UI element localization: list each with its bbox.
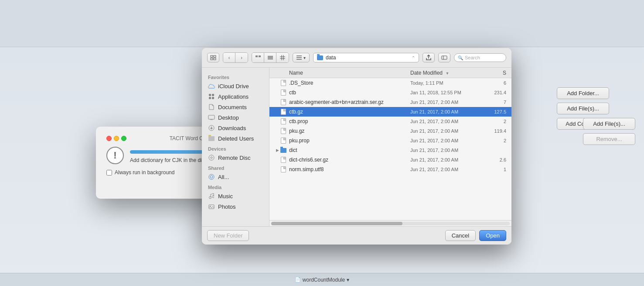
file-size: 231.4	[480, 90, 506, 95]
module-chevron: ▾	[347, 277, 349, 283]
checkbox-label: Always run in background	[115, 169, 174, 176]
scrollbar-track	[271, 222, 510, 225]
forward-button[interactable]: ›	[235, 53, 248, 62]
music-icon	[208, 193, 215, 200]
table-row[interactable]: ctb.gz Jun 21, 2017, 2:00 AM 127.5	[269, 107, 511, 117]
maximize-button[interactable]	[121, 136, 126, 141]
sidebar-item-label: Remote Disc	[218, 155, 250, 161]
top-bar	[0, 0, 644, 47]
sidebar-item-icloud-drive[interactable]: iCloud Drive	[202, 81, 269, 91]
table-row[interactable]: pku.prop Jun 21, 2017, 2:00 AM 2	[269, 136, 511, 145]
file-name: ctb.prop	[289, 118, 410, 124]
downloads-icon	[208, 124, 215, 131]
file-dialog-body: Favorites iCloud Drive	[202, 68, 511, 226]
table-row[interactable]: ctb.prop Jun 21, 2017, 2:00 AM 2	[269, 117, 511, 126]
table-row[interactable]: pku.gz Jun 21, 2017, 2:00 AM 119.4	[269, 126, 511, 136]
location-chevron: ⌃	[412, 55, 415, 60]
svg-rect-2	[211, 58, 213, 60]
traffic-lights	[106, 136, 126, 141]
file-size: 119.4	[480, 128, 506, 134]
col-date: Date Modified ▼	[410, 70, 480, 76]
sidebar-item-all[interactable]: All...	[202, 172, 269, 182]
file-date: Jun 21, 2017, 2:00 AM	[410, 138, 480, 143]
devices-label: Devices	[202, 144, 269, 152]
file-date: Jun 21, 2017, 2:00 AM	[410, 128, 480, 134]
sidebar-item-documents[interactable]: Documents	[202, 102, 269, 112]
file-name: pku.prop	[289, 138, 410, 144]
bottom-bar: 📄 wordCountModule ▾	[0, 273, 644, 286]
close-button[interactable]	[106, 136, 112, 141]
file-date: Today, 1:11 PM	[410, 80, 480, 86]
all-icon	[208, 173, 215, 180]
table-row[interactable]: dict-chris6.ser.gz Jun 21, 2017, 2:00 AM…	[269, 155, 511, 165]
add-files-button-2[interactable]: Add File(s)...	[583, 118, 635, 130]
sidebar-item-music[interactable]: Music	[202, 191, 269, 201]
file-list-header: Name Date Modified ▼ S	[269, 68, 511, 78]
file-name: .DS_Store	[289, 80, 410, 86]
detail-view-button[interactable]	[264, 53, 276, 62]
file-size: 2	[480, 138, 506, 143]
cancel-button[interactable]: Cancel	[445, 230, 476, 241]
search-box[interactable]: 🔍 Search	[454, 53, 506, 62]
documents-icon	[208, 103, 215, 110]
sidebar-item-deleted-users[interactable]: Deleted Users	[202, 133, 269, 144]
new-folder-button[interactable]: New Folder	[207, 230, 249, 241]
table-row[interactable]: ctb Jan 11, 2018, 12:55 PM 231.4	[269, 88, 511, 97]
col-size: S	[480, 70, 506, 76]
add-folder-button[interactable]: Add Folder...	[557, 87, 609, 99]
svg-point-31	[212, 196, 215, 198]
table-row[interactable]: .DS_Store Today, 1:11 PM 6	[269, 78, 511, 88]
favorites-label: Favorites	[202, 72, 269, 81]
svg-rect-4	[256, 55, 258, 57]
sidebar-item-label: Documents	[218, 104, 247, 110]
module-label: 📄 wordCountModule ▾	[295, 277, 349, 283]
list-view-button[interactable]	[252, 53, 264, 62]
remove-button[interactable]: Remove...	[583, 133, 635, 145]
table-row[interactable]: norm.simp.utf8 Jun 21, 2017, 2:00 AM 1	[269, 165, 511, 174]
file-date: Jun 21, 2017, 2:00 AM	[410, 157, 480, 162]
location-folder-icon	[317, 55, 323, 60]
file-icon	[280, 108, 287, 115]
horizontal-scrollbar[interactable]	[269, 220, 511, 226]
sidebar-item-label: iCloud Drive	[218, 83, 249, 90]
sidebar-item-downloads[interactable]: Downloads	[202, 123, 269, 133]
svg-rect-3	[214, 58, 216, 60]
tag-button[interactable]	[438, 53, 450, 62]
file-dialog-toolbar: ‹ ›	[202, 48, 511, 68]
alert-icon: !	[106, 147, 124, 164]
back-button[interactable]: ‹	[223, 53, 235, 62]
sidebar-item-desktop[interactable]: Desktop	[202, 112, 269, 123]
folder-disclosure-icon[interactable]: ▶	[275, 148, 280, 153]
column-view-button[interactable]	[276, 53, 289, 62]
file-icon	[280, 147, 287, 154]
svg-rect-22	[208, 115, 215, 119]
icloud-icon	[208, 83, 215, 90]
photos-icon	[208, 203, 215, 210]
sidebar-item-label: All...	[218, 174, 229, 180]
progress-fill	[130, 150, 213, 154]
col-name: Name	[289, 70, 410, 76]
file-dialog: ‹ ›	[202, 48, 511, 245]
svg-rect-1	[214, 55, 216, 57]
svg-rect-16	[442, 56, 447, 59]
share-button[interactable]	[423, 53, 435, 62]
sidebar: Favorites iCloud Drive	[202, 68, 269, 226]
shared-label: Shared	[202, 163, 269, 172]
minimize-button[interactable]	[114, 136, 119, 141]
file-list-scroll[interactable]: .DS_Store Today, 1:11 PM 6 ctb Jan 11, 2…	[269, 78, 511, 220]
sidebar-item-remote-disc[interactable]: Remote Disc	[202, 152, 269, 163]
location-bar: data ⌃	[313, 53, 419, 62]
add-files-button[interactable]: Add File(s)...	[557, 103, 609, 114]
arrange-button[interactable]: ▾	[293, 53, 310, 62]
sidebar-item-applications[interactable]: Applications	[202, 91, 269, 102]
file-name: pku.gz	[289, 128, 410, 134]
sidebar-item-label: Downloads	[218, 125, 246, 131]
icon-view-button[interactable]	[207, 53, 219, 62]
file-name: ctb.gz	[289, 109, 410, 115]
open-button[interactable]: Open	[479, 230, 506, 241]
table-row[interactable]: arabic-segmenter-atb+bn+arztrain.ser.gz …	[269, 97, 511, 107]
table-row[interactable]: ▶ dict Jun 21, 2017, 2:00 AM	[269, 145, 511, 155]
file-size: 6	[480, 80, 506, 86]
sidebar-item-photos[interactable]: Photos	[202, 201, 269, 212]
background-checkbox[interactable]	[106, 170, 112, 176]
